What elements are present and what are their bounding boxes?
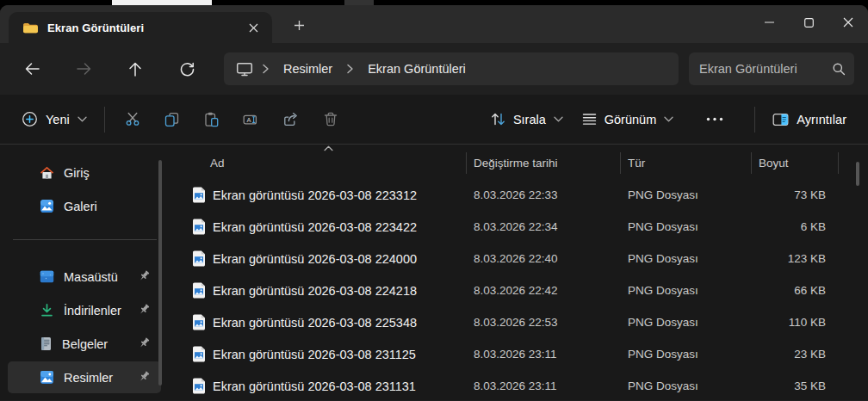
explorer-tab[interactable]: Ekran Görüntüleri [9,12,272,43]
close-window-button[interactable] [828,5,868,40]
plus-icon [294,20,305,31]
up-button[interactable] [117,52,153,85]
file-date-cell: 8.03.2026 22:53 [466,316,620,329]
back-button[interactable] [14,52,50,85]
sidebar-item-galeri[interactable]: Galeri [8,190,161,222]
file-explorer-window: Ekran Görüntüleri [0,5,868,401]
pin-icon [138,303,151,316]
screen: Ekran Görüntüleri [0,0,868,401]
file-size-cell: 66 KB [751,284,838,297]
this-pc-icon[interactable] [236,61,253,77]
column-header-type[interactable]: Tür [620,157,751,170]
file-row[interactable]: Ekran görüntüsü 2026-03-08 224218 8.03.2… [169,275,868,306]
sort-button[interactable]: Sırala [481,102,573,137]
file-size-cell: 73 KB [751,188,838,201]
file-name: Ekran görüntüsü 2026-03-08 224218 [213,284,417,298]
file-list-scrollbar[interactable] [856,162,859,186]
folder-icon [22,22,39,34]
arrow-right-icon [77,62,91,76]
sort-ascending-icon [324,145,333,151]
refresh-button[interactable] [169,52,205,85]
sort-button-label: Sırala [513,113,546,126]
trash-icon [324,112,338,127]
chevron-right-icon [262,64,270,74]
ellipsis-icon [706,117,723,121]
search-input[interactable] [699,62,832,76]
file-date-cell: 8.03.2026 22:40 [466,252,620,265]
view-lines-icon [582,113,597,126]
forward-button[interactable] [65,52,102,85]
chevron-down-icon [78,116,87,122]
sidebar-item-label: Giriş [64,166,90,180]
tab-close-button[interactable] [241,16,265,39]
window-controls [749,5,868,43]
column-header-name[interactable]: Ad [169,157,466,170]
delete-button[interactable] [311,102,350,137]
breadcrumb-item-resimler[interactable]: Resimler [278,59,338,78]
view-button-label: Görünüm [604,113,656,126]
home-icon [40,166,54,180]
pin-icon [138,269,151,282]
file-name: Ekran görüntüsü 2026-03-08 223422 [213,220,417,234]
file-name: Ekran görüntüsü 2026-03-08 224000 [213,252,417,266]
view-button[interactable]: Görünüm [573,102,683,137]
pin-icon [138,336,151,349]
file-date-cell: 8.03.2026 23:11 [466,348,620,361]
sidebar-item-belgeler[interactable]: Belgeler [8,328,161,360]
png-file-icon [192,314,206,330]
sidebar-item-giris[interactable]: Giriş [8,157,161,188]
search-icon[interactable] [832,62,846,76]
column-divider[interactable] [466,152,467,174]
file-row[interactable]: Ekran görüntüsü 2026-03-08 231125 8.03.2… [169,338,868,370]
column-divider[interactable] [751,152,752,174]
png-file-icon [192,378,206,394]
file-type-cell: PNG Dosyası [620,379,751,392]
copy-button[interactable] [152,102,192,137]
navigation-bar: Resimler Ekran Görüntüleri [0,43,868,95]
file-type-cell: PNG Dosyası [620,348,751,361]
rename-button[interactable]: A [232,102,271,137]
file-row[interactable]: Ekran görüntüsü 2026-03-08 223422 8.03.2… [169,211,868,243]
file-type-cell: PNG Dosyası [620,284,751,297]
share-button[interactable] [271,102,311,137]
close-icon [843,17,853,28]
file-row[interactable]: Ekran görüntüsü 2026-03-08 224000 8.03.2… [169,243,868,275]
png-file-icon [192,250,206,267]
file-size-cell: 110 KB [751,316,838,329]
sidebar-item-label: Galeri [64,200,97,213]
command-bar: Yeni [0,95,868,145]
documents-icon [40,336,53,351]
scissors-icon [125,112,140,126]
minimize-button[interactable] [749,5,789,40]
more-options-button[interactable] [695,102,735,137]
file-size-cell: 123 KB [751,252,838,265]
toolbar-divider [104,107,105,133]
command-bar-left: Yeni [12,102,350,137]
sidebar-item-indirilenler[interactable]: İndirilenler [8,294,161,326]
file-row[interactable]: Ekran görüntüsü 2026-03-08 223312 8.03.2… [169,179,868,211]
cut-button[interactable] [113,102,152,137]
column-divider[interactable] [620,152,621,174]
paste-button[interactable] [192,102,232,137]
breadcrumb-item-ekran-goruntuleri[interactable]: Ekran Görüntüleri [363,59,471,78]
column-header-date[interactable]: Değiştirme tarihi [466,157,620,170]
file-name-cell: Ekran görüntüsü 2026-03-08 231131 [169,378,466,394]
maximize-button[interactable] [789,5,828,40]
pictures-icon [40,370,54,385]
minimize-icon [765,22,774,23]
sidebar-item-label: Resimler [64,371,113,385]
file-type-cell: PNG Dosyası [620,188,751,201]
file-date-cell: 8.03.2026 22:42 [466,284,620,297]
column-divider[interactable] [838,152,839,174]
sidebar-scrollbar[interactable] [158,160,162,386]
new-tab-button[interactable] [284,12,313,38]
new-button[interactable]: Yeni [12,102,96,137]
content-area: Giriş Galeri [0,145,868,400]
sidebar-item-masaustu[interactable]: Masaüstü [8,261,161,293]
details-pane-button[interactable]: Ayrıntılar [763,102,856,137]
file-row[interactable]: Ekran görüntüsü 2026-03-08 225348 8.03.2… [169,306,868,338]
file-name-cell: Ekran görüntüsü 2026-03-08 224000 [169,250,466,267]
sidebar-item-resimler[interactable]: Resimler [8,361,161,393]
column-header-size[interactable]: Boyut [751,157,838,170]
file-row[interactable]: Ekran görüntüsü 2026-03-08 231131 8.03.2… [169,370,868,401]
